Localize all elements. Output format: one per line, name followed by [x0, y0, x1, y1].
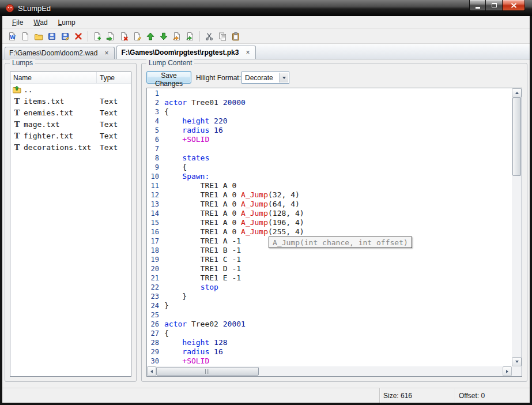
line-number: 11 — [147, 181, 159, 190]
line-number: 8 — [147, 153, 159, 163]
lump-content-panel: Lump Content Save Changes Hilight Format… — [141, 63, 527, 382]
rename-lump-button[interactable] — [131, 30, 144, 43]
lump-row-items-txt[interactable]: Titems.txtText — [10, 95, 131, 107]
delete-lump-button[interactable] — [118, 30, 130, 43]
line-number: 10 — [147, 172, 159, 181]
code-text: TRE1 A -1 — [159, 237, 241, 246]
export-lump-button[interactable] — [184, 30, 197, 43]
vertical-scroll-thumb[interactable] — [512, 97, 521, 176]
line-number: 13 — [147, 200, 159, 209]
vertical-scrollbar[interactable] — [512, 88, 522, 366]
hilight-format-select[interactable]: Decorate — [242, 72, 289, 84]
line-number: 24 — [147, 301, 159, 310]
text-lump-icon: T — [12, 131, 21, 140]
move-lump-up-button[interactable] — [144, 30, 157, 43]
titlebar[interactable]: SLumpEd — [0, 0, 532, 16]
column-header-name[interactable]: Name — [10, 72, 97, 83]
cut-button[interactable] — [203, 30, 216, 43]
open-wad-button[interactable] — [32, 30, 45, 43]
code-text — [159, 89, 164, 98]
tabbar: F:\Games\Doom\doom2.wad×F:\Games\Doom\rp… — [2, 44, 530, 59]
lump-name: mage.txt — [24, 120, 97, 129]
menu-file[interactable]: File — [7, 17, 28, 28]
arrow-up-icon — [515, 92, 519, 94]
code-line-1: 1 — [147, 89, 512, 98]
horizontal-scroll-thumb[interactable] — [156, 367, 259, 376]
scroll-left-button[interactable] — [147, 366, 156, 376]
new-lump-button[interactable] — [91, 30, 104, 43]
svg-text:T: T — [14, 108, 20, 117]
minimize-button[interactable] — [469, 0, 486, 11]
page-w-icon: W — [7, 32, 17, 41]
code-editor[interactable]: 12actor Tree01 200003{4 height 2205 radi… — [146, 88, 522, 377]
code-line-11: 11 TRE1 A 0 — [147, 181, 512, 190]
line-number: 28 — [147, 338, 159, 347]
paste-button[interactable] — [229, 30, 242, 43]
line-number: 19 — [147, 255, 159, 264]
code-text: TRE1 A 0 — [159, 181, 236, 190]
code-text: } — [159, 301, 169, 310]
new-wad-button[interactable]: W — [6, 30, 18, 43]
menu-wad[interactable]: Wad — [28, 17, 52, 28]
lumps-list-header: Name Type — [10, 72, 131, 84]
tab-2[interactable]: F:\Games\Doom\rpgtest\rpgtest.pk3× — [116, 46, 256, 59]
minimize-icon — [476, 7, 480, 9]
lump-type: Text — [97, 143, 131, 152]
new-lump-from-file-button[interactable] — [104, 30, 117, 43]
code-line-16: 16 TRE1 A 0 A_Jump(255, 4) — [147, 227, 512, 237]
code-text: +SOLID — [159, 357, 209, 366]
lump-row-decorations-txt[interactable]: Tdecorations.txtText — [10, 141, 131, 153]
tab-1[interactable]: F:\Games\Doom\doom2.wad× — [5, 47, 115, 59]
hilight-format-label: Hilight Format: — [196, 74, 241, 82]
red-x-icon — [74, 32, 83, 41]
code-line-7: 7 — [147, 144, 512, 153]
new-zip-wad-button[interactable] — [19, 30, 32, 43]
horizontal-scrollbar[interactable] — [147, 366, 512, 376]
save-changes-button[interactable]: Save Changes — [146, 71, 191, 84]
lump-content-title: Lump Content — [146, 59, 194, 67]
move-lump-down-button[interactable] — [157, 30, 170, 43]
tab-label: F:\Games\Doom\rpgtest\rpgtest.pk3 — [121, 48, 239, 57]
lumps-list[interactable]: Name Type ..Titems.txtTextTenemies.txtTe… — [10, 72, 131, 377]
import-lump-button[interactable] — [171, 30, 183, 43]
tab-close-icon[interactable]: × — [244, 49, 251, 57]
scrollbar-corner — [512, 366, 522, 376]
close-button[interactable] — [502, 0, 525, 11]
column-header-type[interactable]: Type — [97, 72, 131, 83]
toolbar-separator — [88, 31, 88, 42]
line-number: 15 — [147, 218, 159, 227]
lump-row-parent[interactable]: .. — [10, 84, 131, 95]
code-text: { — [159, 329, 169, 338]
close-wad-button[interactable] — [72, 30, 85, 43]
scroll-down-button[interactable] — [512, 357, 522, 366]
text-lump-icon: T — [12, 119, 21, 129]
editor-text[interactable]: 12actor Tree01 200003{4 height 2205 radi… — [147, 88, 512, 366]
copy-button[interactable] — [216, 30, 229, 43]
code-text: TRE1 A 0 A_Jump(255, 4) — [159, 227, 304, 237]
lump-row-fighter-txt[interactable]: Tfighter.txtText — [10, 130, 131, 141]
lump-row-mage-txt[interactable]: Tmage.txtText — [10, 118, 131, 130]
code-text: { — [159, 163, 187, 172]
code-text: +SOLID — [159, 135, 209, 144]
toolbar: W — [2, 29, 530, 44]
save-wad-as-button[interactable] — [59, 30, 71, 43]
text-lump-icon: T — [12, 96, 21, 106]
maximize-button[interactable] — [486, 0, 502, 11]
menu-lump[interactable]: Lump — [53, 17, 81, 28]
code-text — [159, 310, 164, 320]
lump-row-enemies-txt[interactable]: Tenemies.txtText — [10, 107, 131, 118]
scroll-up-button[interactable] — [512, 88, 522, 97]
lump-type: Text — [97, 132, 131, 140]
code-text: stop — [159, 283, 218, 292]
arrow-down-icon — [515, 361, 519, 363]
scroll-right-button[interactable] — [503, 366, 512, 376]
toolbar-separator — [199, 31, 200, 42]
lump-name: fighter.txt — [24, 132, 97, 140]
arrow-right-icon — [506, 370, 508, 373]
combo-dropdown-button[interactable] — [279, 73, 288, 82]
code-text: TRE1 A 0 A_Jump(196, 4) — [159, 218, 304, 227]
tab-close-icon[interactable]: × — [103, 50, 110, 57]
save-wad-button[interactable] — [46, 30, 58, 43]
code-text: Spawn: — [159, 172, 209, 181]
main-area: Lumps Name Type ..Titems.txtTextTenemies… — [2, 59, 530, 388]
